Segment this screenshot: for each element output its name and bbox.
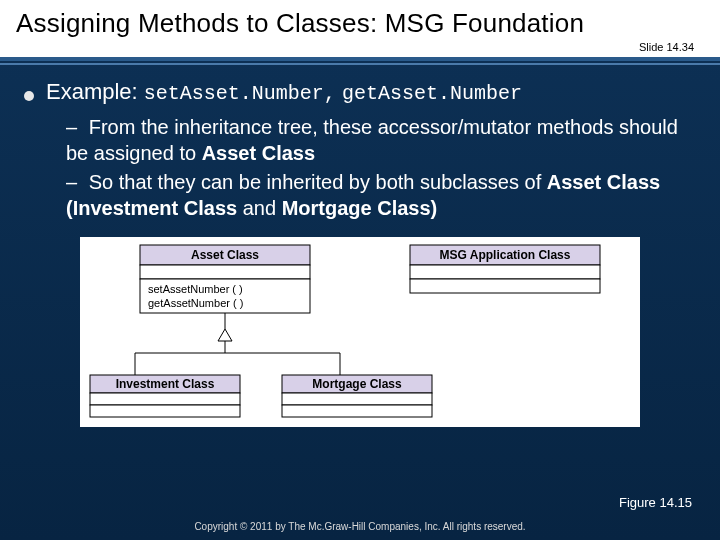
svg-text:Mortgage Class: Mortgage Class — [312, 377, 402, 391]
svg-rect-24 — [282, 405, 432, 417]
example-label: Example: — [46, 79, 138, 104]
sub-bullet-1: – From the inheritance tree, these acces… — [66, 115, 696, 166]
divider-thick — [0, 57, 720, 61]
svg-text:Investment Class: Investment Class — [116, 377, 215, 391]
content-area: Example: setAsset.Number, getAsset.Numbe… — [0, 65, 720, 427]
code-set: setAsset.Number, — [144, 82, 336, 105]
svg-rect-9 — [410, 265, 600, 279]
code-get: getAsset.Number — [342, 82, 522, 105]
main-bullet: Example: setAsset.Number, getAsset.Numbe… — [24, 79, 696, 105]
uml-diagram: Asset Class setAssetNumber ( ) getAssetN… — [80, 237, 640, 427]
mortgage-class-box: Mortgage Class — [282, 375, 432, 417]
svg-text:Asset Class: Asset Class — [191, 248, 259, 262]
copyright-text: Copyright © 2011 by The Mc.Graw-Hill Com… — [0, 521, 720, 532]
svg-text:getAssetNumber ( ): getAssetNumber ( ) — [148, 297, 243, 309]
svg-text:MSG Application Class: MSG Application Class — [440, 248, 571, 262]
svg-rect-20 — [90, 405, 240, 417]
figure-label: Figure 14.15 — [619, 495, 692, 510]
msg-application-class-box: MSG Application Class — [410, 245, 600, 293]
asset-class-box: Asset Class setAssetNumber ( ) getAssetN… — [140, 245, 310, 313]
svg-rect-3 — [140, 265, 310, 279]
svg-text:setAssetNumber ( ): setAssetNumber ( ) — [148, 283, 243, 295]
dash-icon: – — [66, 171, 77, 193]
slide-number: Slide 14.34 — [16, 41, 704, 53]
investment-class-box: Investment Class — [90, 375, 240, 417]
sub-bullet-2: – So that they can be inherited by both … — [66, 170, 696, 221]
svg-rect-10 — [410, 279, 600, 293]
bullet-disc-icon — [24, 91, 34, 101]
dash-icon: – — [66, 116, 77, 138]
svg-rect-23 — [282, 393, 432, 405]
svg-rect-19 — [90, 393, 240, 405]
uml-svg: Asset Class setAssetNumber ( ) getAssetN… — [80, 237, 640, 427]
title-bar: Assigning Methods to Classes: MSG Founda… — [0, 0, 720, 57]
slide-title: Assigning Methods to Classes: MSG Founda… — [16, 8, 704, 39]
sub-bullets: – From the inheritance tree, these acces… — [66, 115, 696, 221]
